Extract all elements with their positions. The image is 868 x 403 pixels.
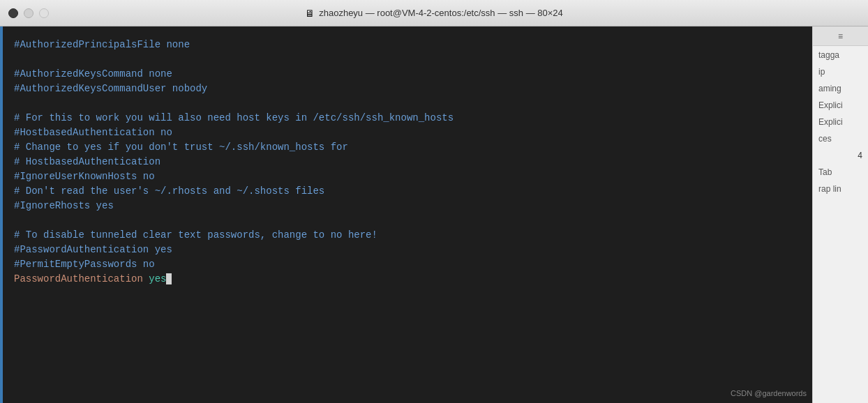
traffic-lights	[8, 8, 49, 18]
minimize-button[interactable]	[24, 8, 33, 18]
terminal-content: #AuthorizedPrincipalsFile none #Authoriz…	[14, 38, 798, 287]
close-button[interactable]	[8, 8, 18, 18]
sidebar-scroll-button[interactable]: ≡	[813, 26, 868, 46]
sidebar-item-5[interactable]: ces	[817, 132, 864, 145]
line-15: #PasswordAuthentication yes	[14, 243, 798, 257]
line-1: #AuthorizedPrincipalsFile none	[14, 38, 798, 52]
line-7: #HostbasedAuthentication no	[14, 126, 798, 140]
line-8: # Change to yes if you don't trust ~/.ss…	[14, 140, 798, 155]
window-title: zhaozheyu — root@VM-4-2-centos:/etc/ssh …	[319, 8, 563, 18]
sidebar-content: tagga ip aming Explici Explici ces 4 Tab…	[813, 46, 868, 403]
line-9: # HostbasedAuthentication	[14, 155, 798, 169]
sidebar-item-8[interactable]: rap lin	[817, 183, 864, 195]
line-5	[14, 96, 798, 111]
sidebar: ≡ tagga ip aming Explici Explici ces 4 T…	[812, 26, 868, 403]
line-13	[14, 213, 798, 228]
sidebar-item-3[interactable]: Explici	[817, 99, 864, 112]
sidebar-item-1[interactable]: ip	[817, 66, 864, 78]
line-10: #IgnoreUserKnownHosts no	[14, 169, 798, 184]
line-2	[14, 52, 798, 67]
line-14: # To disable tunneled clear text passwor…	[14, 228, 798, 243]
sidebar-item-7[interactable]: Tab	[817, 166, 864, 178]
cursor	[166, 273, 172, 284]
main-area: #AuthorizedPrincipalsFile none #Authoriz…	[0, 26, 868, 403]
sidebar-item-6: 4	[817, 149, 864, 162]
titlebar: 🖥 zhaozheyu — root@VM-4-2-centos:/etc/ss…	[0, 0, 868, 26]
line-11: # Don't read the user's ~/.rhosts and ~/…	[14, 184, 798, 199]
active-value: yes	[149, 273, 166, 284]
maximize-button[interactable]	[39, 8, 49, 18]
line-3: #AuthorizedKeysCommand none	[14, 67, 798, 82]
sidebar-item-0[interactable]: tagga	[817, 49, 864, 61]
sidebar-item-2[interactable]: aming	[817, 82, 864, 95]
line-17: PasswordAuthentication yes	[14, 272, 798, 287]
line-4: #AuthorizedKeysCommandUser nobody	[14, 82, 798, 96]
watermark: CSDN @gardenwords	[731, 389, 807, 397]
sidebar-item-4[interactable]: Explici	[817, 116, 864, 128]
left-border	[0, 26, 3, 403]
active-keyword: PasswordAuthentication	[14, 273, 149, 284]
terminal-icon: 🖥	[305, 8, 315, 19]
line-6: # For this to work you will also need ho…	[14, 111, 798, 126]
terminal[interactable]: #AuthorizedPrincipalsFile none #Authoriz…	[0, 26, 812, 403]
line-16: #PermitEmptyPasswords no	[14, 257, 798, 272]
scroll-icon: ≡	[838, 31, 843, 41]
line-12: #IgnoreRhosts yes	[14, 199, 798, 213]
